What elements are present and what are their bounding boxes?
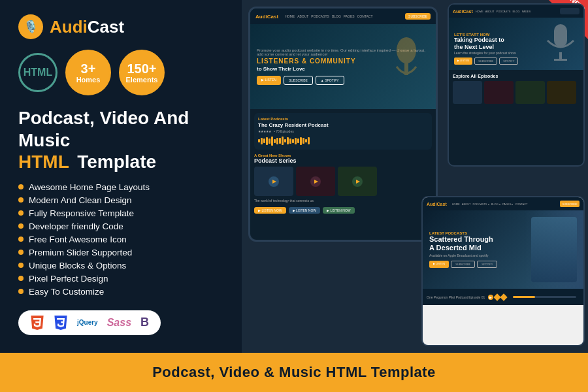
brs-hero: LATEST PODCASTS Scattered ThroughA Deser… <box>423 210 583 289</box>
bullet-dot <box>18 263 24 268</box>
right-hero-btn2[interactable]: SUBSCRIBE <box>474 57 497 65</box>
html5-badge <box>30 316 44 330</box>
tablet-series-grid <box>254 167 432 196</box>
footer-bar: Podcast, Video & Music HTML Template <box>0 353 588 392</box>
brs-nav: AudiCast HOME ABOUT PODCASTS ▾ BLOG ▾ PA… <box>423 197 583 210</box>
episode-item <box>515 81 545 104</box>
tablet-series-item <box>296 167 335 196</box>
feature-text: Pixel Perfect Design <box>29 274 108 284</box>
elements-count: 150+ <box>127 61 156 76</box>
screen-tablet: AudiCast HOME ABOUT PODCASTS BLOG PAGES … <box>248 7 438 242</box>
brand-name: AudiCast <box>50 17 124 37</box>
tablet-hero-btn1[interactable]: ▶ LISTEN <box>257 76 281 85</box>
tablet-nav-button[interactable]: SUBSCRIBE <box>405 13 431 20</box>
tech-bar: jQuery Sass B <box>18 310 161 335</box>
bullet-dot <box>18 223 24 229</box>
left-panel: 🎙️ AudiCast HTML 3+ Homes 150+ Elements … <box>0 0 242 353</box>
feature-item: Easy To Customize <box>18 287 223 297</box>
screen-top-right: AudiCast HOME ABOUT PODCASTS BLOG PAGES … <box>448 3 585 167</box>
brs-hero-image <box>525 210 583 289</box>
tablet-series-item <box>338 167 377 196</box>
brs-hero-subtitle: Available on Apple Broadcast and spotify <box>429 253 489 257</box>
feature-item: Fully Responsive Template <box>18 208 223 218</box>
feature-text: Awesome Home Page Layouts <box>29 182 150 192</box>
elements-badge: 150+ Elements <box>119 50 165 95</box>
feature-item: Modern And Clean Design <box>18 195 223 205</box>
screen-bottom-right: AudiCast HOME ABOUT PODCASTS ▾ BLOG ▾ PA… <box>421 196 585 346</box>
feature-text: Modern And Clean Design <box>29 195 132 205</box>
right-hero-btn3[interactable]: SPOTIFY <box>499 57 518 65</box>
brs-links: HOME ABOUT PODCASTS ▾ BLOG ▾ PAGES ▾ CON… <box>452 203 528 206</box>
tablet-listen-btn[interactable]: ▶ LISTEN NOW <box>254 207 286 214</box>
episodes-grid <box>453 81 580 104</box>
feature-item: Developer friendly Code <box>18 221 223 231</box>
feature-text: Premium Slider Supported <box>29 248 132 257</box>
feature-item: Premium Slider Supported <box>18 248 223 257</box>
tablet-podcast-title: The Crazy Resident Podcast <box>258 122 428 128</box>
brand-name-part2: Cast <box>88 17 124 37</box>
brs-btn2[interactable]: SUBSCRIBE <box>451 261 475 268</box>
feature-text: Easy To Customize <box>29 287 104 297</box>
right-hero-title: Taking Podcast tothe Next Level <box>454 37 578 51</box>
sass-badge: Sass <box>107 317 131 329</box>
homes-count: 3+ <box>81 61 96 76</box>
feature-list: Awesome Home Page Layouts Modern And Cle… <box>18 182 223 300</box>
diamond-button2[interactable] <box>500 293 508 301</box>
tablet-nav-links: HOME ABOUT PODCASTS BLOG PAGES CONTACT <box>285 14 372 18</box>
bullet-dot <box>18 184 24 189</box>
tablet-nav-logo: AudiCast <box>255 14 278 20</box>
tablet-series-item <box>254 167 293 196</box>
feature-text: Free Font Awesome Icon <box>29 235 127 244</box>
jquery-badge: jQuery <box>77 319 98 326</box>
headline-line2: HTML <box>18 152 69 172</box>
feature-item: Awesome Home Page Layouts <box>18 182 223 192</box>
tablet-listen-btn2[interactable]: ▶ LISTEN NOW <box>289 207 321 214</box>
brs-hero-title: Scattered ThroughA Deserted Mid <box>429 235 493 252</box>
brs-hero-buttons: ▶ LISTEN SUBSCRIBE SPOTIFY <box>429 261 497 268</box>
brs-btn1[interactable]: ▶ LISTEN <box>429 261 449 268</box>
tablet-podcast-card: Latest Podcasts The Crazy Resident Podca… <box>254 113 432 150</box>
right-screen-hero: LET'S START NOW Taking Podcast tothe Nex… <box>449 18 583 70</box>
right-hero-btn1[interactable]: ▶ LISTEN <box>454 57 472 65</box>
bootstrap-badge: B <box>140 316 149 329</box>
brs-person-photo <box>531 217 577 282</box>
brand-name-part1: Audi <box>50 17 88 37</box>
right-screen-logo: AudiCast <box>453 9 473 14</box>
tablet-hero: Promote your audio podcast website in no… <box>250 24 436 109</box>
tablet-hero-btn3[interactable]: ▲ SPOTIFY <box>316 76 344 85</box>
right-screen-episodes: Explore All Episodes <box>449 70 583 108</box>
tablet-hero-btn2[interactable]: SUBSCRIBE <box>284 76 313 85</box>
tablet-wave <box>258 136 428 146</box>
bullet-dot <box>18 289 24 294</box>
brs-btn3[interactable]: SPOTIFY <box>477 261 497 268</box>
feature-text: Unique Blocks & Options <box>29 261 126 270</box>
headline: Podcast, Video And Music HTML Template <box>18 107 223 173</box>
brs-search-button[interactable]: SUBSCRIBE <box>560 201 580 207</box>
feature-text: Developer friendly Code <box>29 221 123 231</box>
episode-item <box>484 81 514 104</box>
headline-line3: Template <box>77 152 156 172</box>
progress-fill <box>513 296 535 298</box>
tablet-series-section: A Great New Shows Podcast Series <box>254 154 432 214</box>
tablet-listen-btn3[interactable]: ▶ LISTEN NOW <box>323 207 355 214</box>
feature-item: Pixel Perfect Design <box>18 274 223 284</box>
html-badge: HTML <box>18 53 57 92</box>
tablet-podcast-label: Latest Podcasts <box>258 117 428 121</box>
bullet-dot <box>18 237 24 242</box>
footer-text: Podcast, Video & Music HTML Template <box>152 364 436 381</box>
bullet-dot <box>18 197 24 203</box>
right-hero-sub: Learn the strategies for your podcast sh… <box>454 51 578 55</box>
svg-point-0 <box>397 37 416 63</box>
progress-bar <box>513 296 576 298</box>
logo-area: 🎙️ AudiCast <box>18 14 223 39</box>
tablet-series-title: Podcast Series <box>254 157 432 164</box>
episode-item <box>547 81 576 104</box>
bullet-dot <box>18 276 24 281</box>
bullet-dot <box>18 250 24 255</box>
homes-label: Homes <box>76 76 101 84</box>
feature-item: Unique Blocks & Options <box>18 261 223 270</box>
bullet-dot <box>18 210 24 216</box>
homes-badge: 3+ Homes <box>65 50 111 95</box>
right-panel: NEW AudiCast HOME ABOUT PODCASTS BLOG PA… <box>242 0 588 353</box>
elements-label: Elements <box>126 76 158 84</box>
